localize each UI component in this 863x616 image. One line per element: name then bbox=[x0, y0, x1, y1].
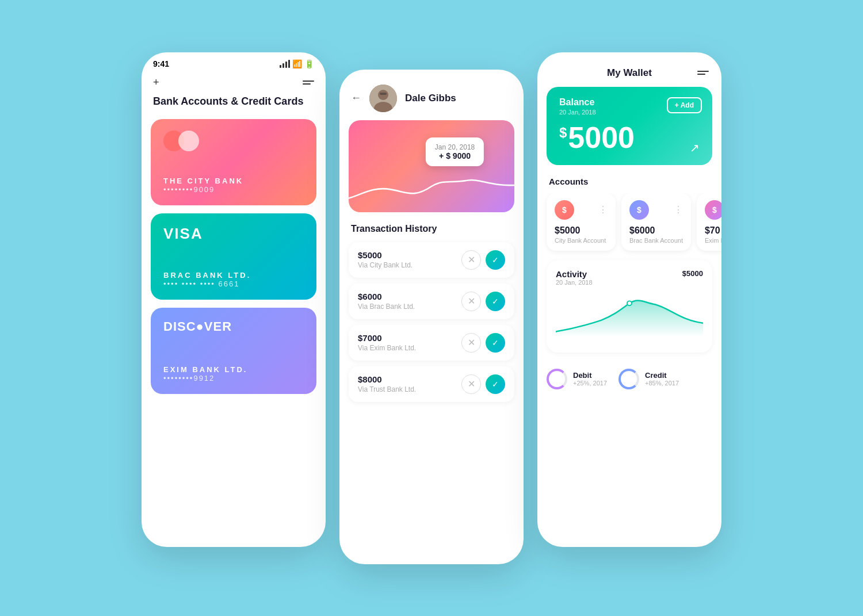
phones-container: 9:41 📶 🔋 + Bank Accounts & Credit Cards bbox=[142, 52, 721, 564]
battery-icon: 🔋 bbox=[304, 59, 314, 68]
status-icons-1: 📶 🔋 bbox=[280, 59, 314, 68]
svg-point-4 bbox=[627, 301, 632, 305]
user-avatar bbox=[369, 85, 397, 112]
trans-amount-2: $6000 bbox=[358, 292, 415, 301]
activity-header: Activity 20 Jan, 2018 $5000 bbox=[556, 269, 703, 286]
add-button-wallet[interactable]: + Add bbox=[667, 97, 702, 113]
city-account-name: City Bank Account bbox=[555, 237, 608, 244]
p2-header: ← Dale Gibbs bbox=[339, 79, 524, 120]
trans-actions-2: ✕ ✓ bbox=[461, 292, 505, 311]
tooltip-date: Jan 20, 2018 bbox=[435, 143, 475, 151]
trans-amount-4: $8000 bbox=[358, 374, 416, 384]
brac-bank-card[interactable]: VISA BRAC BANK LTD. •••• •••• •••• 6661 bbox=[151, 213, 316, 300]
city-bank-card[interactable]: THE CITY BANK ••••••••9009 bbox=[151, 119, 316, 205]
account-brac[interactable]: $ ⋮ $6000 Brac Bank Account bbox=[621, 193, 691, 251]
trans-via-3: Via Exim Bank Ltd. bbox=[358, 344, 416, 352]
exim-account-icon: $ bbox=[705, 200, 721, 220]
avatar-svg bbox=[369, 85, 397, 112]
discover-logo: DISC●VER bbox=[163, 319, 304, 334]
city-bank-number: ••••••••9009 bbox=[163, 185, 304, 194]
brac-account-name: Brac Bank Account bbox=[629, 237, 683, 244]
credit-sub: +85%, 2017 bbox=[645, 380, 679, 387]
balance-amount: $ 5000 bbox=[559, 120, 700, 155]
wallet-menu-button[interactable] bbox=[697, 71, 709, 75]
activity-chart-svg bbox=[556, 292, 703, 338]
phone-1: 9:41 📶 🔋 + Bank Accounts & Credit Cards bbox=[142, 52, 326, 547]
brac-account-amount: $6000 bbox=[629, 225, 683, 236]
brac-account-menu[interactable]: ⋮ bbox=[674, 204, 683, 215]
activity-chart-area bbox=[556, 292, 703, 343]
back-button[interactable]: ← bbox=[351, 92, 361, 104]
trans-amount-3: $7000 bbox=[358, 333, 416, 343]
debit-sub: +25%, 2017 bbox=[573, 380, 607, 387]
p1-header: + bbox=[142, 72, 326, 95]
debit-ring bbox=[547, 369, 567, 389]
accept-button-4[interactable]: ✓ bbox=[486, 374, 505, 394]
brac-bank-number: •••• •••• •••• 6661 bbox=[163, 280, 304, 288]
trans-via-1: Via City Bank Ltd. bbox=[358, 261, 413, 269]
balance-dollar: $ bbox=[559, 125, 567, 141]
reject-button-2[interactable]: ✕ bbox=[461, 292, 481, 311]
chart-line-svg bbox=[349, 166, 514, 206]
activity-peak: $5000 bbox=[682, 269, 703, 278]
add-button[interactable]: + bbox=[153, 76, 159, 89]
brac-account-icon: $ bbox=[629, 200, 649, 220]
chart-tooltip: Jan 20, 2018 + $ 9000 bbox=[426, 137, 484, 166]
credit-item: Credit +85%, 2017 bbox=[618, 369, 679, 389]
exim-bank-card[interactable]: DISC●VER EXIM BANK LTD. ••••••••9912 bbox=[151, 308, 316, 394]
reject-button-1[interactable]: ✕ bbox=[461, 250, 481, 270]
wifi-icon: 📶 bbox=[292, 59, 302, 68]
account-exim[interactable]: $ $70 Exim B... bbox=[697, 193, 721, 251]
status-bar-1: 9:41 📶 🔋 bbox=[142, 52, 326, 72]
transaction-item-4: $8000 Via Trust Bank Ltd. ✕ ✓ bbox=[349, 366, 514, 402]
credit-ring bbox=[618, 369, 639, 389]
accept-button-2[interactable]: ✓ bbox=[486, 292, 505, 311]
debit-credit-row: Debit +25%, 2017 Credit +85%, 2017 bbox=[537, 362, 721, 399]
activity-date: 20 Jan, 2018 bbox=[556, 279, 593, 286]
transaction-item-3: $7000 Via Exim Bank Ltd. ✕ ✓ bbox=[349, 325, 514, 361]
city-account-menu[interactable]: ⋮ bbox=[598, 204, 608, 215]
visa-logo: VISA bbox=[163, 225, 304, 243]
activity-title: Activity bbox=[556, 269, 593, 279]
wallet-title: My Wallet bbox=[607, 67, 652, 79]
trans-actions-1: ✕ ✓ bbox=[461, 250, 505, 270]
exim-account-name: Exim B... bbox=[705, 237, 721, 244]
debit-item: Debit +25%, 2017 bbox=[547, 369, 607, 389]
city-bank-name: THE CITY BANK bbox=[163, 177, 304, 185]
accept-button-3[interactable]: ✓ bbox=[486, 333, 505, 353]
status-time-1: 9:41 bbox=[153, 59, 169, 68]
page-title-1: Bank Accounts & Credit Cards bbox=[142, 95, 326, 119]
trans-amount-1: $5000 bbox=[358, 250, 413, 260]
exim-account-amount: $70 bbox=[705, 225, 721, 236]
balance-card: Balance 20 Jan, 2018 + Add $ 5000 ↗ bbox=[547, 87, 712, 165]
accounts-row: $ ⋮ $5000 City Bank Account $ ⋮ $6000 Br… bbox=[537, 193, 721, 260]
menu-button[interactable] bbox=[303, 81, 314, 85]
credit-label: Credit bbox=[645, 371, 679, 380]
reject-button-3[interactable]: ✕ bbox=[461, 333, 481, 353]
account-city[interactable]: $ ⋮ $5000 City Bank Account bbox=[547, 193, 616, 251]
reject-button-4[interactable]: ✕ bbox=[461, 374, 481, 394]
trans-via-4: Via Trust Bank Ltd. bbox=[358, 385, 416, 393]
p3-header: My Wallet bbox=[537, 62, 721, 87]
transaction-chart: Jan 20, 2018 + $ 9000 bbox=[349, 120, 514, 212]
balance-arrow-icon: ↗ bbox=[690, 141, 700, 155]
user-name: Dale Gibbs bbox=[405, 93, 456, 104]
phone-3: My Wallet Balance 20 Jan, 2018 + Add $ 5… bbox=[537, 52, 721, 547]
exim-bank-number: ••••••••9912 bbox=[163, 374, 304, 382]
balance-value: 5000 bbox=[568, 120, 635, 155]
accounts-label: Accounts bbox=[537, 177, 721, 193]
transaction-history-title: Transaction History bbox=[339, 224, 524, 242]
transaction-item-1: $5000 Via City Bank Ltd. ✕ ✓ bbox=[349, 242, 514, 278]
svg-rect-3 bbox=[380, 93, 387, 95]
tooltip-amount: + $ 9000 bbox=[435, 151, 475, 160]
city-account-amount: $5000 bbox=[555, 225, 608, 236]
brac-bank-name: BRAC BANK LTD. bbox=[163, 271, 304, 280]
mastercard-logo bbox=[163, 131, 304, 151]
accept-button-1[interactable]: ✓ bbox=[486, 250, 505, 270]
phone-2: ← Dale Gibbs Jan 20, 2018 + $ 9000 bbox=[339, 70, 524, 564]
activity-card: Activity 20 Jan, 2018 $5000 bbox=[547, 260, 712, 353]
transaction-item-2: $6000 Via Brac Bank Ltd. ✕ ✓ bbox=[349, 284, 514, 319]
trans-via-2: Via Brac Bank Ltd. bbox=[358, 303, 415, 311]
trans-actions-4: ✕ ✓ bbox=[461, 374, 505, 394]
exim-bank-name: EXIM BANK LTD. bbox=[163, 365, 304, 374]
